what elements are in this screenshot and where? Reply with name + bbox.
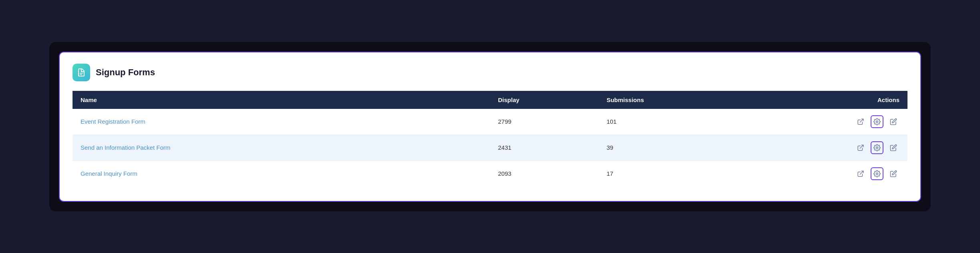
gear-icon xyxy=(873,144,881,151)
svg-rect-1 xyxy=(80,74,82,75)
form-actions-cell xyxy=(707,161,907,187)
table-row: General Inquiry Form209317 xyxy=(73,161,907,187)
col-header-display: Display xyxy=(490,91,599,109)
settings-button[interactable] xyxy=(871,115,883,128)
form-actions-cell xyxy=(707,135,907,161)
col-header-actions: Actions xyxy=(707,91,907,109)
col-header-submissions: Submissions xyxy=(599,91,707,109)
form-submissions-cell: 39 xyxy=(599,135,707,161)
gear-icon xyxy=(873,118,881,125)
svg-point-3 xyxy=(876,120,878,122)
form-name-link[interactable]: General Inquiry Form xyxy=(81,170,137,177)
form-name-cell: Event Registration Form xyxy=(73,109,490,135)
form-display-cell: 2093 xyxy=(490,161,599,187)
form-display-cell: 2799 xyxy=(490,109,599,135)
svg-point-7 xyxy=(876,173,878,175)
form-name-link[interactable]: Event Registration Form xyxy=(81,118,145,125)
form-actions-cell xyxy=(707,109,907,135)
table-row: Event Registration Form2799101 xyxy=(73,109,907,135)
view-button[interactable] xyxy=(855,116,867,128)
actions-container xyxy=(715,115,899,128)
table-header-row: Name Display Submissions Actions xyxy=(73,91,907,109)
table-row: Send an Information Packet Form243139 xyxy=(73,135,907,161)
actions-container xyxy=(715,141,899,154)
svg-line-4 xyxy=(860,145,863,148)
pencil-icon xyxy=(890,170,897,177)
header-icon xyxy=(73,64,90,81)
form-name-cell: Send an Information Packet Form xyxy=(73,135,490,161)
page-title: Signup Forms xyxy=(96,67,155,78)
svg-line-2 xyxy=(860,119,863,122)
form-name-link[interactable]: Send an Information Packet Form xyxy=(81,144,170,151)
form-submissions-cell: 17 xyxy=(599,161,707,187)
gear-icon xyxy=(873,170,881,177)
forms-icon xyxy=(77,68,86,77)
signup-forms-card: Signup Forms Name Display Submissions Ac… xyxy=(59,52,921,202)
view-button[interactable] xyxy=(855,142,867,154)
card-header: Signup Forms xyxy=(73,64,907,81)
forms-table: Name Display Submissions Actions Event R… xyxy=(73,91,907,187)
settings-button[interactable] xyxy=(871,167,883,180)
edit-button[interactable] xyxy=(887,142,899,154)
pencil-icon xyxy=(890,144,897,151)
col-header-name: Name xyxy=(73,91,490,109)
pencil-icon xyxy=(890,118,897,125)
external-link-icon xyxy=(857,170,864,177)
svg-rect-0 xyxy=(80,73,83,74)
svg-line-6 xyxy=(860,171,863,174)
external-link-icon xyxy=(857,118,864,125)
view-button[interactable] xyxy=(855,168,867,180)
form-submissions-cell: 101 xyxy=(599,109,707,135)
page-wrapper: Signup Forms Name Display Submissions Ac… xyxy=(49,42,931,211)
edit-button[interactable] xyxy=(887,116,899,128)
settings-button[interactable] xyxy=(871,141,883,154)
form-name-cell: General Inquiry Form xyxy=(73,161,490,187)
actions-container xyxy=(715,167,899,180)
edit-button[interactable] xyxy=(887,168,899,180)
external-link-icon xyxy=(857,144,864,151)
form-display-cell: 2431 xyxy=(490,135,599,161)
svg-point-5 xyxy=(876,147,878,149)
